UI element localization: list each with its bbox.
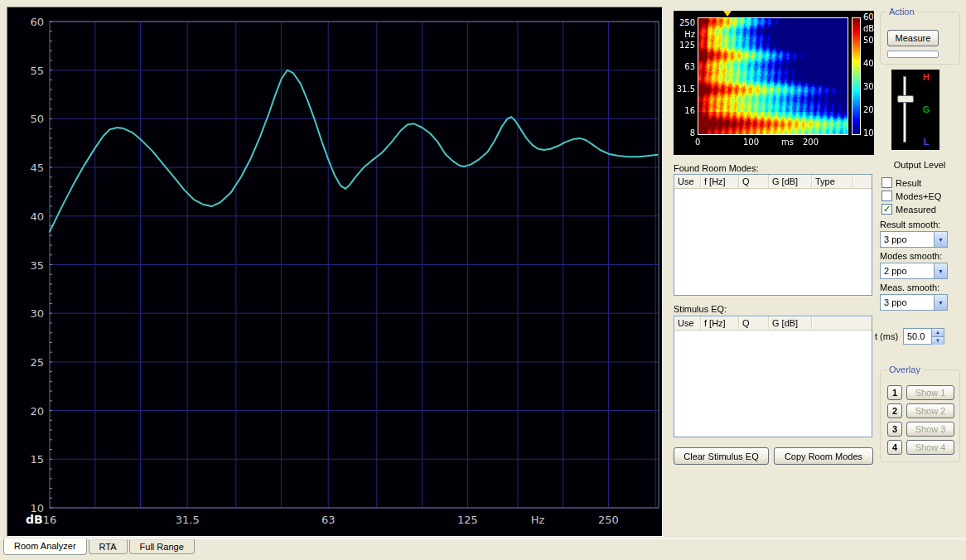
action-group-label: Action [886, 7, 917, 17]
checkbox-label: Modes+EQ [896, 191, 941, 201]
output-level-slider[interactable] [903, 76, 906, 142]
column-header-g-db-[interactable]: G [dB] [769, 316, 812, 330]
overlay-slot-button-3[interactable]: 3 [887, 422, 902, 437]
checkbox-row-measured[interactable]: ✓Measured [881, 203, 941, 215]
smoothing-controls: Result smooth:3 ppo▼Modes smooth:2 ppo▼M… [880, 220, 948, 314]
t-ms-spinner[interactable]: 50.0 ▲▼ [903, 328, 944, 345]
level-mid-label: G [920, 104, 933, 114]
dropdown-result-smooth-[interactable]: 3 ppo▼ [880, 231, 948, 248]
overlay-show-button-2[interactable]: Show 2 [906, 403, 954, 418]
spectrogram-freq-label: 8 [674, 128, 695, 138]
stimulus-eq-label: Stimulus EQ: [674, 304, 727, 314]
tab-rta[interactable]: RTA [89, 539, 128, 554]
svg-text:35: 35 [30, 259, 44, 272]
svg-text:63: 63 [321, 514, 336, 526]
t-ms-label: t (ms) [875, 331, 898, 341]
spectrogram-db-label: 20 [863, 105, 874, 114]
overlay-slot-button-2[interactable]: 2 [887, 403, 902, 418]
spectrogram-freq-label: 125 [674, 41, 695, 50]
overlay-row-2: 2Show 2 [887, 403, 959, 418]
svg-text:40: 40 [30, 210, 44, 223]
svg-text:50: 50 [30, 113, 44, 125]
spectrogram-freq-label: 16 [674, 106, 695, 115]
overlay-row-3: 3Show 3 [887, 422, 959, 437]
dropdown-value: 3 ppo [881, 232, 934, 247]
copy-room-modes-button[interactable]: Copy Room Modes [774, 447, 873, 465]
spin-down-icon[interactable]: ▼ [932, 337, 944, 345]
overlay-row-4: 4Show 4 [887, 440, 959, 455]
response-curve-plot: 60555045403530252015101631.563125250HzdB [7, 7, 662, 536]
overlay-group-label: Overlay [886, 364, 923, 374]
svg-text:Hz: Hz [531, 514, 545, 526]
tab-room-analyzer[interactable]: Room Analyzer [3, 538, 87, 555]
overlay-slot-button-1[interactable]: 1 [887, 385, 902, 400]
column-header-use[interactable]: Use [674, 316, 701, 330]
svg-text:16: 16 [43, 514, 57, 526]
svg-text:125: 125 [457, 514, 478, 526]
stimulus-eq-table[interactable]: Usef [Hz]QG [dB] [674, 316, 872, 437]
measure-button[interactable]: Measure [887, 30, 939, 46]
tab-full-range[interactable]: Full Range [129, 539, 195, 554]
svg-text:15: 15 [30, 453, 44, 466]
room-analyzer-window: 60555045403530252015101631.563125250HzdB… [0, 0, 966, 560]
dropdown-value: 3 ppo [881, 295, 934, 310]
column-header-type[interactable]: Type [812, 175, 853, 188]
overlay-groupbox: Overlay 1Show 12Show 23Show 34Show 4 [880, 369, 960, 462]
output-level-slider-thumb[interactable] [897, 95, 914, 103]
column-header-use[interactable]: Use [674, 175, 701, 188]
overlay-slot-button-4[interactable]: 4 [887, 440, 902, 455]
spectrogram-colorbar [852, 17, 861, 135]
table-body[interactable] [674, 189, 872, 296]
dropdown-modes-smooth-[interactable]: 2 ppo▼ [880, 263, 948, 279]
chevron-down-icon[interactable]: ▼ [934, 263, 947, 278]
column-header-q[interactable]: Q [739, 316, 769, 330]
svg-text:25: 25 [30, 356, 44, 369]
found-room-modes-label: Found Room Modes: [674, 163, 759, 173]
column-header-filler [812, 316, 872, 330]
checkbox-checked-icon[interactable]: ✓ [881, 204, 892, 215]
svg-text:31.5: 31.5 [176, 514, 200, 526]
frequency-response-chart: 60555045403530252015101631.563125250HzdB [7, 7, 663, 537]
chevron-down-icon[interactable]: ▼ [934, 295, 947, 310]
spin-up-icon[interactable]: ▲ [932, 329, 944, 337]
table-header-row: Usef [Hz]QG [dB] [674, 316, 872, 331]
spectrogram-db-label: 50 [863, 36, 874, 45]
clear-stimulus-eq-button[interactable]: Clear Stimulus EQ [674, 447, 769, 465]
spectrogram-time-label: 100 [743, 138, 759, 147]
overlay-show-button-4[interactable]: Show 4 [906, 440, 954, 455]
checkbox-label: Measured [896, 205, 936, 215]
spectrogram-freq-label: 31.5 [674, 84, 695, 94]
checkbox-unchecked-icon[interactable] [881, 191, 892, 201]
dropdown-meas-smooth-[interactable]: 3 ppo▼ [880, 294, 948, 311]
chevron-down-icon[interactable]: ▼ [934, 232, 947, 247]
svg-text:60: 60 [30, 16, 44, 28]
display-options: ResultModes+EQ✓Measured [881, 176, 941, 216]
overlay-show-button-3[interactable]: Show 3 [906, 422, 954, 437]
smoothing-label: Result smooth: [880, 220, 948, 229]
output-level-panel: H G L [891, 70, 939, 150]
svg-text:45: 45 [30, 162, 44, 174]
spectrogram-db-label: 30 [863, 82, 874, 91]
overlay-row-1: 1Show 1 [887, 385, 959, 400]
level-low-label: L [920, 137, 933, 147]
dropdown-value: 2 ppo [881, 263, 934, 278]
bottom-tab-bar: Room AnalyzerRTAFull Range [0, 538, 966, 560]
spectrogram-time-label: 200 [803, 138, 819, 147]
spectrogram-db-label: dB [863, 24, 874, 33]
spectrogram-cursor-marker[interactable] [723, 11, 732, 17]
column-header-g-db-[interactable]: G [dB] [769, 175, 812, 188]
svg-text:55: 55 [30, 65, 44, 77]
column-header-f-hz-[interactable]: f [Hz] [701, 316, 739, 330]
checkbox-row-modes-eq[interactable]: Modes+EQ [881, 190, 941, 202]
column-header-q[interactable]: Q [739, 175, 769, 188]
table-body[interactable] [674, 331, 872, 437]
checkbox-row-result[interactable]: Result [881, 176, 941, 189]
svg-text:250: 250 [598, 514, 619, 526]
t-ms-value[interactable]: 50.0 [904, 329, 931, 344]
checkbox-unchecked-icon[interactable] [881, 177, 892, 188]
found-room-modes-table[interactable]: Usef [Hz]QG [dB]Type [674, 174, 872, 296]
column-header-f-hz-[interactable]: f [Hz] [701, 175, 739, 188]
measure-progress-bar [887, 51, 939, 58]
spectrogram-db-label: 40 [863, 59, 874, 68]
overlay-show-button-1[interactable]: Show 1 [906, 385, 954, 400]
